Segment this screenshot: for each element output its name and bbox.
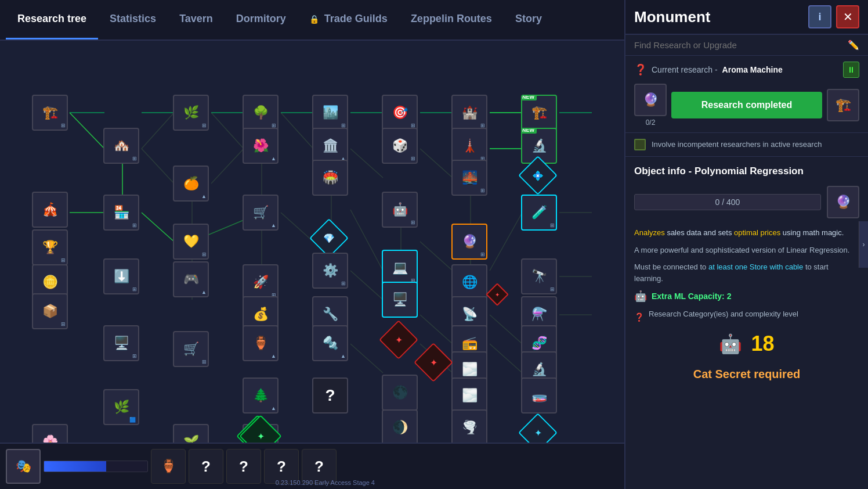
analyzes-text: Analyzes [634, 228, 665, 237]
tab-story[interactable]: Story [504, 0, 554, 39]
tab-trade-guilds[interactable]: 🔒 Trade Guilds [298, 0, 399, 39]
node-c7-8[interactable]: 🌫️ [451, 377, 487, 414]
obj-thumb[interactable]: 🔮 [827, 186, 859, 218]
close-button[interactable]: ✕ [836, 5, 859, 28]
node-c4-1[interactable]: 🌳 ⊞ [243, 95, 279, 131]
node-c8-hl[interactable]: 🧪 ⊞ [521, 195, 557, 231]
node-c7-3[interactable]: 🌉 ⊞ [451, 160, 487, 196]
version-text: 0.23.150.290 Early Access Stage 4 [276, 479, 375, 486]
research-complete-button[interactable]: Research completed [671, 92, 822, 118]
node-c2-3-icon: ⊞ [132, 286, 137, 292]
ml-icon: 🤖 [634, 290, 647, 303]
node-c2-1[interactable]: 🏘️ ⊞ [103, 128, 139, 164]
node-c7-9[interactable]: 🌪️ [451, 409, 487, 443]
node-c8-8[interactable]: 🧫 [521, 377, 557, 414]
side-nav-button[interactable]: › [859, 221, 868, 268]
node-c6-2[interactable]: 🎲 ⊞ [382, 128, 418, 164]
node-c6-hl2[interactable]: 🖥️ [382, 282, 418, 318]
node-c5-6[interactable]: 🔩 ▲ [312, 325, 348, 361]
bottom-item-3[interactable]: ? [189, 449, 223, 484]
svg-line-37 [350, 344, 383, 373]
svg-line-38 [490, 315, 522, 344]
node-c8-hl-icon: ⊞ [550, 222, 555, 228]
node-c2-4[interactable]: 🖥️ ⊞ [103, 325, 139, 361]
node-c7-4[interactable]: 🌐 [451, 264, 487, 300]
node-c3-6[interactable]: 🌱 [173, 424, 209, 443]
bottom-icon-main[interactable]: 🎭 [6, 449, 41, 484]
pause-button[interactable]: ⏸ [843, 62, 859, 78]
node-1[interactable]: 🏗️ ⊞ [32, 95, 68, 131]
node-diamond-col5[interactable]: 💎 [309, 218, 349, 258]
node-diamond-red-col7[interactable]: ✦ [414, 343, 453, 382]
node-c6-6[interactable]: 🌑 [382, 375, 418, 411]
node-c5-1[interactable]: 🏙️ ⊞ [312, 95, 348, 131]
svg-line-11 [281, 113, 313, 149]
search-input[interactable] [634, 40, 843, 50]
node-c7-2[interactable]: 🗼 ⊞ [451, 128, 487, 164]
node-3[interactable]: 🎪 [32, 192, 68, 228]
node-c8-4[interactable]: 🔭 ⊞ [521, 258, 557, 294]
node-7[interactable]: 📦 ⊞ [32, 293, 68, 329]
node-c5-2[interactable]: 🏛️ ▲ [312, 128, 348, 164]
node-c6-3[interactable]: 🤖 ⊞ [382, 192, 418, 228]
tab-dormitory[interactable]: Dormitory [225, 0, 298, 39]
node-c3-4[interactable]: 🎮 ▲ [173, 261, 209, 297]
node-c5-3[interactable]: 🏟️ [312, 160, 348, 196]
node-c5-6-icon: ▲ [341, 353, 346, 359]
node-c2-2-icon: ⊞ [132, 222, 137, 228]
node-c2-5-icon: 🟦 [129, 417, 136, 423]
node-c4-7[interactable]: 🌲 ▲ [243, 377, 279, 414]
bottom-item-5[interactable]: ? [264, 449, 299, 484]
node-c5-q[interactable]: ? [312, 377, 348, 414]
node-c6-7[interactable]: 🌒 [382, 409, 418, 443]
svg-line-35 [420, 315, 453, 344]
research-thumb[interactable]: 🔮 [634, 84, 667, 116]
node-5[interactable]: 🏆 ⊞ [32, 229, 68, 265]
node-c3-3[interactable]: 💛 ⊞ [173, 224, 209, 260]
node-c7-orange[interactable]: 🔮 ⊞ [451, 224, 487, 260]
tab-statistics[interactable]: Statistics [98, 0, 168, 39]
node-c4-3[interactable]: 🛒 ▲ [243, 195, 279, 231]
complexity-number: 18 [751, 332, 774, 356]
node-c4-2[interactable]: 🌺 ▲ [243, 128, 279, 164]
node-c6-1[interactable]: 🎯 ⊞ [382, 95, 418, 131]
bottom-item-6[interactable]: ? [302, 449, 337, 484]
bottom-item-4[interactable]: ? [226, 449, 261, 484]
progress-row: 0 / 400 🔮 [634, 186, 859, 218]
node-flower[interactable]: 🌸 [32, 424, 68, 443]
tab-bar: Research tree Statistics Tavern Dormitor… [0, 0, 624, 41]
tree-panel: Research tree Statistics Tavern Dormitor… [0, 0, 624, 489]
node-small-diamond[interactable]: ✦ [486, 283, 509, 306]
node-c6-hl1[interactable]: 💻 ⊞ [382, 250, 418, 286]
research-counter: 0/2 [646, 118, 656, 127]
node-c8-new1[interactable]: NEW 🏗️ [521, 95, 557, 131]
node-c5-4[interactable]: ⚙️ ⊞ [312, 253, 348, 289]
node-c2-5[interactable]: 🌿 🟦 [103, 389, 139, 425]
node-c2-3[interactable]: ⬇️ ⊞ [103, 258, 139, 294]
incompetent-checkbox[interactable] [634, 139, 646, 150]
svg-line-8 [70, 113, 104, 149]
node-c3-2[interactable]: 🍊 ▲ [173, 166, 209, 202]
bottom-bar: 🎭 🏺 ? ? ? ? 0.23.150.290 Early Access St… [0, 443, 624, 489]
node-c3-1[interactable]: 🌿 ⊞ [173, 95, 209, 131]
node-c7-1[interactable]: 🏰 ⊞ [451, 95, 487, 131]
node-c4-4[interactable]: 🚀 ⊞ [243, 264, 279, 300]
info-button[interactable]: i [808, 5, 831, 28]
tab-zeppelin-routes[interactable]: Zeppelin Routes [399, 0, 504, 39]
research-next-thumb[interactable]: 🏗️ [827, 89, 859, 121]
svg-line-34 [350, 271, 383, 300]
tree-canvas: 🏗️ ⊞ 🎪 🏆 ⊞ 🪙 ⊞ 📦 ⊞ 🌸 � [0, 41, 624, 443]
node-c2-2[interactable]: 🏪 ⊞ [103, 195, 139, 231]
tab-research-tree[interactable]: Research tree [6, 0, 98, 39]
node-diamond-col8-lower[interactable]: ✦ [518, 413, 558, 443]
svg-line-27 [281, 213, 313, 242]
svg-line-29 [420, 242, 453, 271]
node-diamond-red-c6[interactable]: ✦ [379, 320, 418, 359]
bottom-item-2[interactable]: 🏺 [151, 449, 186, 484]
node-c4-6[interactable]: 🏺 ▲ [243, 325, 279, 361]
node-c7-3-icon: ⊞ [480, 188, 485, 193]
tab-tavern[interactable]: Tavern [168, 0, 225, 39]
node-c3-5[interactable]: 🛒 ⊞ [173, 331, 209, 367]
checkbox-label: Involve incompetent researchers in activ… [652, 139, 822, 150]
node-c3-3-icon: ⊞ [202, 251, 207, 257]
